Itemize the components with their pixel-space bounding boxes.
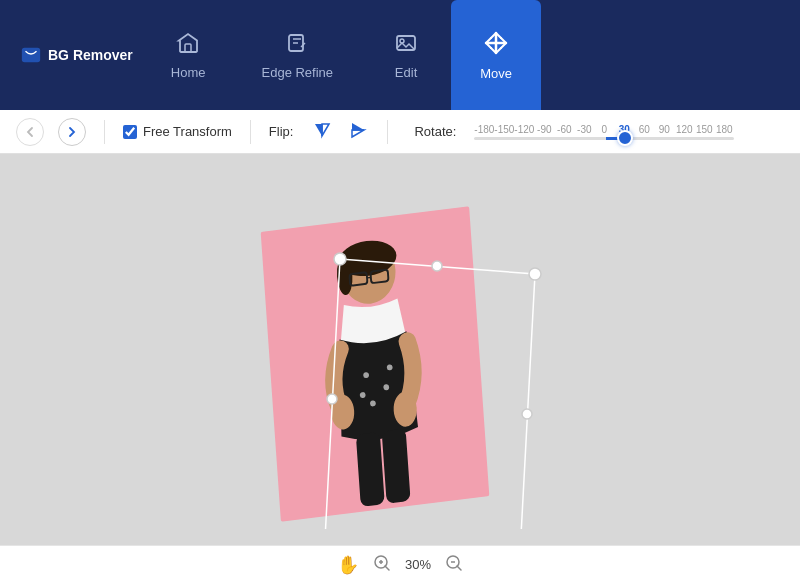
- tab-move-label: Move: [480, 66, 512, 81]
- svg-rect-24: [356, 431, 385, 506]
- svg-rect-25: [382, 428, 411, 503]
- free-transform-checkbox[interactable]: [123, 125, 137, 139]
- header: BG Remover Home Edge Refine Edit: [0, 0, 800, 110]
- svg-rect-0: [22, 48, 40, 63]
- rotate-label: Rotate:: [414, 124, 456, 139]
- zoom-out-icon[interactable]: [445, 554, 463, 576]
- tab-home[interactable]: Home: [143, 0, 234, 110]
- nav-tabs: Home Edge Refine Edit Move: [143, 0, 541, 110]
- svg-point-32: [522, 409, 532, 419]
- zoom-bar: ✋ 30%: [0, 545, 800, 583]
- canvas-image-container: [240, 209, 560, 529]
- svg-rect-1: [185, 44, 191, 52]
- svg-marker-10: [352, 130, 364, 137]
- flip-vertical-button[interactable]: [347, 119, 369, 145]
- svg-line-38: [385, 566, 389, 570]
- svg-line-41: [457, 566, 461, 570]
- rotate-slider[interactable]: [474, 137, 734, 140]
- edge-refine-icon: [285, 31, 309, 59]
- rotate-control: -180 -150 -120 -90 -60 -30 0 30 60 90 12…: [474, 124, 734, 140]
- tab-edit-label: Edit: [395, 65, 417, 80]
- flip-horizontal-button[interactable]: [311, 119, 333, 145]
- tab-edge-refine-label: Edge Refine: [262, 65, 334, 80]
- tab-edit[interactable]: Edit: [361, 0, 451, 110]
- edit-icon: [394, 31, 418, 59]
- app-logo: BG Remover: [10, 0, 143, 110]
- image-with-transform[interactable]: [261, 206, 490, 521]
- toolbar-divider-2: [250, 120, 251, 144]
- canvas-area: ✋ 30%: [0, 154, 800, 583]
- flip-label: Flip:: [269, 124, 294, 139]
- move-icon: [483, 30, 509, 60]
- home-icon: [176, 31, 200, 59]
- back-button[interactable]: [16, 118, 44, 146]
- svg-point-28: [529, 268, 541, 280]
- toolbar-divider-3: [387, 120, 388, 144]
- svg-marker-8: [352, 123, 364, 130]
- zoom-value: 30%: [405, 557, 431, 572]
- tab-edge-refine[interactable]: Edge Refine: [234, 0, 362, 110]
- app-logo-icon: [20, 44, 42, 66]
- tab-move[interactable]: Move: [451, 0, 541, 110]
- forward-button[interactable]: [58, 118, 86, 146]
- toolbar: Free Transform Flip: Rotate: -180 -150 -…: [0, 110, 800, 154]
- main-content: Free Transform Flip: Rotate: -180 -150 -…: [0, 110, 800, 583]
- zoom-in-icon[interactable]: [373, 554, 391, 576]
- toolbar-divider-1: [104, 120, 105, 144]
- free-transform-check[interactable]: Free Transform: [123, 124, 232, 139]
- free-transform-label: Free Transform: [143, 124, 232, 139]
- person-figure: [287, 229, 465, 518]
- svg-marker-7: [322, 124, 329, 136]
- app-name: BG Remover: [48, 47, 133, 63]
- hand-tool-icon[interactable]: ✋: [337, 554, 359, 576]
- svg-marker-5: [315, 124, 322, 136]
- tab-home-label: Home: [171, 65, 206, 80]
